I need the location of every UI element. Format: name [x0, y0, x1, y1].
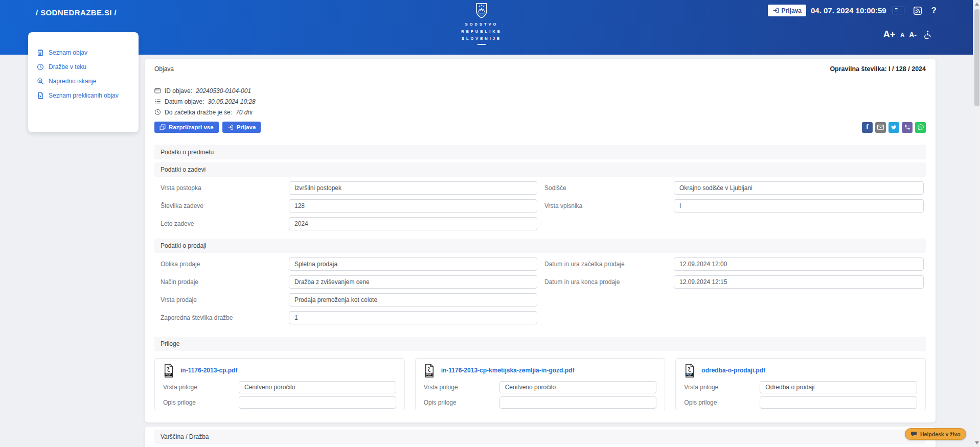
- field-label-vrsta-vpisnika: Vrsta vpisnika: [544, 202, 674, 209]
- sidebar-item-seznam-objav[interactable]: Seznam objav: [28, 45, 139, 60]
- logo-text-line1: SODSTVO: [446, 22, 517, 27]
- email-icon[interactable]: [875, 122, 886, 133]
- rss-icon[interactable]: [914, 7, 922, 15]
- scrollbar-thumb[interactable]: [974, 9, 979, 106]
- section-title: Podatki o prodaji: [161, 242, 206, 249]
- attachment-desc-label: Opis priloge: [424, 399, 499, 406]
- slovenia-flag-icon[interactable]: [893, 7, 904, 14]
- clipboard-icon: [37, 49, 44, 56]
- share-buttons: f: [862, 122, 926, 133]
- field-input-nacin-prodaje[interactable]: [289, 275, 537, 289]
- attachment-field-row: Opis priloge: [163, 396, 396, 409]
- field-input-leto-zadeve[interactable]: [289, 217, 537, 230]
- expand-collapse-all-button[interactable]: Razpri/zapri vse: [154, 122, 219, 133]
- font-size-controls: A+ A A-: [883, 29, 931, 40]
- svg-text:PDF: PDF: [426, 372, 431, 375]
- attachment-field-row: Vrsta priloge: [163, 381, 396, 393]
- clock-icon: [37, 63, 44, 70]
- attachment-type-input[interactable]: [239, 381, 396, 393]
- sidebar-item-napredno-iskanje[interactable]: Napredno iskanje: [28, 74, 139, 88]
- section-title: Priloge: [161, 340, 179, 347]
- attachment-field-row: Opis priloge: [684, 396, 917, 409]
- attachment-field-row: Vrsta priloge: [684, 381, 917, 393]
- field-label-leto-zadeve: Leto zadeve: [154, 220, 289, 227]
- sidebar-item-label: Napredno iskanje: [49, 78, 96, 85]
- field-label-oblika-prodaje: Oblika prodaje: [154, 261, 289, 268]
- sidebar-menu: Seznam objav Dražbe v teku Napredno iska…: [28, 32, 139, 132]
- site-brand[interactable]: / SODNEDRAZBE.SI /: [36, 8, 117, 17]
- field-label-vrsta-postopka: Vrsta postopka: [154, 184, 289, 192]
- field-input-zaporedna-stevilka-drazbe[interactable]: [289, 311, 537, 324]
- field-label-datum-zacetka-prodaje: Datum in ura začetka prodaje: [544, 261, 674, 268]
- accessibility-icon[interactable]: [923, 30, 931, 39]
- attachment-card-1: PDF in-1176-2013-cp.pdf Vrsta priloge Op…: [154, 358, 405, 410]
- help-icon[interactable]: ?: [931, 6, 937, 16]
- section-header-podatki-o-zadevi[interactable]: Podatki o zadevi: [154, 162, 926, 177]
- attachment-desc-input[interactable]: [760, 396, 917, 409]
- field-input-vrsta-postopka[interactable]: [289, 181, 537, 195]
- meta-value-publication-date: 30.05.2024 10:28: [208, 98, 255, 105]
- pdf-icon: PDF: [163, 364, 174, 378]
- twitter-icon[interactable]: [888, 122, 899, 133]
- section-header-priloge[interactable]: Priloge: [154, 337, 926, 351]
- font-decrease-button[interactable]: A-: [909, 31, 917, 39]
- attachment-desc-input[interactable]: [499, 396, 657, 409]
- sidebar-item-drazbe-v-teku[interactable]: Dražbe v teku: [28, 60, 139, 74]
- case-reference: Opravilna številka: I / 128 / 2024: [830, 65, 926, 73]
- scroll-up-arrow[interactable]: [975, 3, 979, 6]
- svg-text:PDF: PDF: [687, 372, 692, 375]
- judiciary-logo: SODSTVO REPUBLIKE SLOVENIJE: [446, 3, 517, 45]
- helpdesk-button[interactable]: Helpdesk v živo: [905, 428, 966, 440]
- field-input-stevilka-zadeve[interactable]: [289, 199, 537, 213]
- pdf-icon: PDF: [684, 364, 695, 378]
- attachment-desc-input[interactable]: [239, 396, 396, 409]
- file-cancel-icon: [37, 92, 44, 99]
- form-row: Zaporedna številka dražbe: [154, 311, 926, 324]
- section-header-podatki-o-predmetu[interactable]: Podatki o predmetu: [154, 145, 926, 159]
- font-reset-button[interactable]: A: [900, 32, 904, 38]
- clock-icon: [154, 109, 161, 115]
- form-row: Vrsta postopka Sodišče: [154, 181, 926, 195]
- field-input-vrsta-vpisnika[interactable]: [674, 199, 924, 213]
- sidebar-item-label: Dražbe v teku: [49, 63, 86, 70]
- meta-row-date: Datum objave: 30.05.2024 10:28: [154, 96, 926, 107]
- meta-value-publication-id: 20240530-0104-001: [196, 87, 251, 95]
- login-button[interactable]: Prijava: [222, 122, 261, 133]
- publication-card: Objava Opravilna številka: I / 128 / 202…: [145, 59, 936, 422]
- attachment-card-3: PDF odredba-o-prodaji.pdf Vrsta priloge …: [675, 358, 926, 410]
- meta-label: Do začetka dražbe je še:: [165, 109, 232, 116]
- sidebar-item-seznam-preklicanih-objav[interactable]: Seznam preklicanih objav: [28, 88, 139, 103]
- header-login-button[interactable]: Prijava: [768, 5, 806, 16]
- actions-row: Razpri/zapri vse Prijava f: [154, 122, 926, 133]
- attachments-grid: PDF in-1176-2013-cp.pdf Vrsta priloge Op…: [154, 358, 926, 410]
- helpdesk-label: Helpdesk v živo: [920, 431, 961, 437]
- chat-bubble-icon: [910, 431, 917, 437]
- field-input-oblika-prodaje[interactable]: [289, 257, 537, 271]
- section-header-varscina-drazba[interactable]: Varščina / Dražba: [154, 430, 926, 444]
- section-header-podatki-o-prodaji[interactable]: Podatki o prodaji: [154, 239, 926, 253]
- attachment-type-input[interactable]: [760, 381, 917, 393]
- top-header: / SODNEDRAZBE.SI / SODSTVO REPUBLIKE SLO…: [0, 0, 980, 55]
- field-input-vrsta-prodaje[interactable]: [289, 293, 537, 307]
- whatsapp-icon[interactable]: [915, 122, 926, 133]
- attachment-link[interactable]: odredba-o-prodaji.pdf: [701, 367, 765, 374]
- attachment-desc-label: Opis priloge: [163, 399, 239, 406]
- meta-label: ID objave:: [165, 87, 192, 95]
- attachment-link[interactable]: in-1176-2013-cp.pdf: [180, 367, 237, 374]
- field-label-datum-konca-prodaje: Datum in ura konca prodaje: [544, 278, 674, 286]
- attachment-type-input[interactable]: [499, 381, 657, 393]
- field-input-datum-zacetka-prodaje[interactable]: [674, 257, 924, 271]
- attachment-type-label: Vrsta priloge: [684, 384, 760, 391]
- deposit-auction-card: Varščina / Dražba: [145, 427, 936, 447]
- search-icon: [37, 78, 44, 85]
- form-row: Leto zadeve: [154, 217, 926, 230]
- field-input-datum-konca-prodaje[interactable]: [674, 275, 924, 289]
- field-label-zaporedna-stevilka-drazbe: Zaporedna številka dražbe: [154, 314, 289, 321]
- font-increase-button[interactable]: A+: [883, 29, 896, 40]
- attachment-link[interactable]: in-1176-2013-cp-kmetijska-zemljia-in-goz…: [441, 367, 575, 374]
- scroll-down-arrow[interactable]: [975, 441, 979, 444]
- field-input-sodisce[interactable]: [674, 181, 924, 195]
- viber-icon[interactable]: [902, 122, 913, 133]
- section-title: Podatki o zadevi: [161, 166, 206, 173]
- facebook-icon[interactable]: f: [862, 122, 873, 133]
